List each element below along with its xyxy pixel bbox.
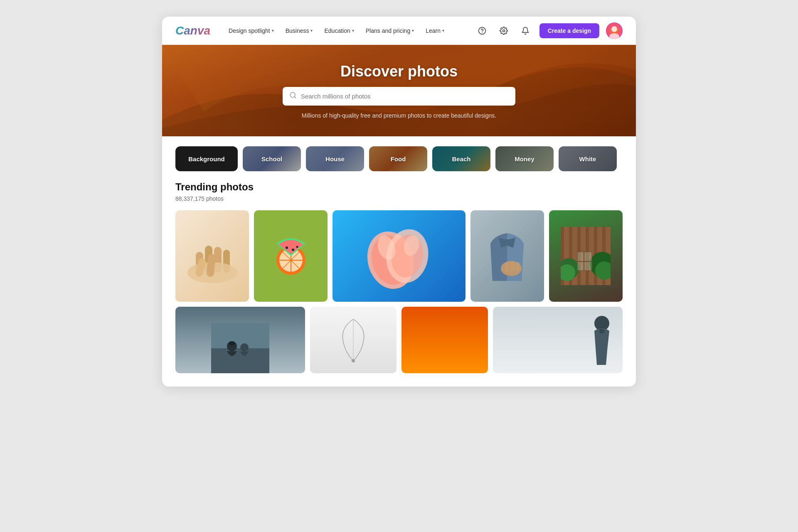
trending-title: Trending photos — [175, 181, 623, 193]
photo-item[interactable] — [332, 210, 465, 302]
search-input[interactable] — [301, 87, 509, 106]
category-chip-money[interactable]: Money — [495, 146, 554, 171]
app-window: Canva Design spotlight ▾ Business ▾ Educ… — [162, 17, 636, 387]
hero-section: Discover photos Millions of high-quality… — [162, 45, 636, 136]
photo-item[interactable] — [470, 210, 544, 302]
category-chip-house[interactable]: House — [306, 146, 364, 171]
chevron-down-icon: ▾ — [442, 28, 444, 33]
svg-line-8 — [294, 96, 296, 98]
notifications-button[interactable] — [518, 23, 533, 38]
photo-item[interactable] — [493, 307, 623, 373]
category-chip-background[interactable]: Background — [175, 146, 238, 171]
photo-item[interactable] — [175, 210, 249, 302]
nav-item-plans-pricing[interactable]: Plans and pricing ▾ — [361, 24, 419, 37]
hero-search-bar — [283, 87, 515, 106]
chevron-down-icon: ▾ — [272, 28, 274, 33]
nav-item-education[interactable]: Education ▾ — [319, 24, 359, 37]
nav-item-design-spotlight[interactable]: Design spotlight ▾ — [224, 24, 279, 37]
create-design-button[interactable]: Create a design — [539, 23, 599, 38]
category-chip-school[interactable]: School — [243, 146, 301, 171]
nav-item-learn[interactable]: Learn ▾ — [421, 24, 449, 37]
photo-item[interactable] — [254, 210, 328, 302]
category-chip-food[interactable]: Food — [369, 146, 427, 171]
photo-item[interactable] — [549, 210, 623, 302]
hero-subtitle: Millions of high-quality free and premiu… — [302, 112, 496, 119]
chevron-down-icon: ▾ — [310, 28, 313, 33]
photo-row-2 — [175, 307, 623, 373]
photo-item[interactable] — [310, 307, 397, 373]
nav-items: Design spotlight ▾ Business ▾ Education … — [224, 24, 471, 37]
photo-grid — [175, 210, 623, 373]
photo-row-1 — [175, 210, 623, 302]
category-chip-white[interactable]: White — [559, 146, 617, 171]
canva-logo[interactable]: Canva — [175, 24, 210, 37]
svg-point-4 — [611, 26, 617, 32]
nav-right: Create a design — [475, 22, 623, 39]
trending-section: Trending photos 88,337,175 photos — [162, 181, 636, 387]
nav-item-business[interactable]: Business ▾ — [281, 24, 318, 37]
help-button[interactable] — [475, 23, 490, 38]
search-icon — [289, 91, 297, 101]
photo-item[interactable] — [401, 307, 488, 373]
settings-button[interactable] — [496, 23, 511, 38]
chevron-down-icon: ▾ — [412, 28, 414, 33]
photo-item[interactable] — [175, 307, 305, 373]
category-chip-beach[interactable]: Beach — [432, 146, 490, 171]
svg-point-2 — [502, 30, 505, 32]
trending-count: 88,337,175 photos — [175, 195, 623, 202]
chevron-down-icon: ▾ — [352, 28, 354, 33]
hero-title: Discover photos — [340, 63, 458, 80]
category-chips: Background School House Food Beach — [162, 136, 636, 181]
navigation: Canva Design spotlight ▾ Business ▾ Educ… — [162, 17, 636, 45]
avatar[interactable] — [606, 22, 623, 39]
